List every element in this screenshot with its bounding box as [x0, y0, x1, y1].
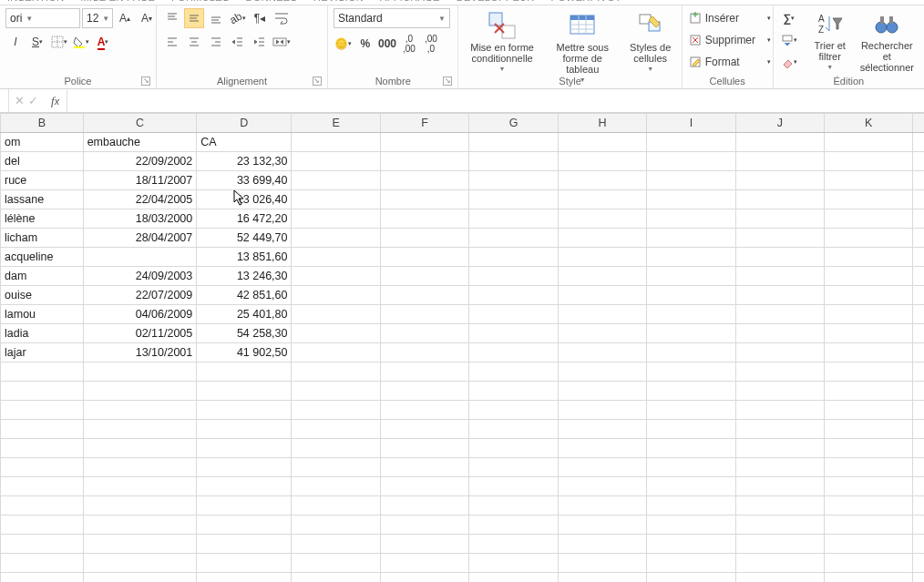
cell[interactable] — [1, 401, 84, 420]
column-header-D[interactable]: D — [197, 114, 292, 133]
cell[interactable] — [292, 343, 380, 362]
cell[interactable]: 42 851,60 — [197, 286, 292, 305]
cell[interactable] — [380, 496, 468, 516]
cell[interactable] — [558, 573, 646, 583]
cell[interactable] — [380, 458, 468, 477]
cell[interactable] — [197, 401, 292, 420]
cell[interactable] — [469, 286, 558, 305]
wrap-text-button[interactable] — [272, 8, 292, 28]
column-header-G[interactable]: G — [469, 114, 558, 133]
tab-formules[interactable]: FORMULES — [171, 0, 230, 3]
cell[interactable] — [469, 248, 558, 267]
enter-formula-icon[interactable]: ✓ — [28, 94, 38, 107]
cell[interactable] — [558, 133, 646, 152]
cell[interactable] — [825, 420, 913, 439]
cell[interactable] — [469, 420, 558, 439]
cell[interactable] — [1, 477, 84, 496]
cell[interactable] — [469, 554, 558, 573]
cell[interactable] — [825, 133, 913, 152]
cell[interactable] — [558, 305, 646, 324]
cell[interactable] — [197, 362, 292, 382]
cell[interactable] — [647, 439, 735, 458]
cell[interactable] — [1, 573, 84, 583]
cell[interactable] — [647, 152, 735, 171]
cell[interactable] — [735, 496, 824, 516]
chevron-down-icon[interactable]: ▼ — [438, 15, 446, 23]
cell[interactable] — [735, 401, 824, 420]
column-header-C[interactable]: C — [83, 114, 197, 133]
cell[interactable] — [292, 171, 380, 190]
column-header-K[interactable]: K — [825, 114, 913, 133]
cell[interactable] — [825, 573, 913, 583]
decrease-font-icon[interactable]: A▾ — [137, 8, 157, 28]
cell[interactable] — [913, 171, 924, 190]
cell[interactable] — [380, 209, 468, 229]
dialog-launcher-icon[interactable]: ↘ — [313, 77, 322, 86]
fill-button[interactable]: ▾ — [779, 30, 799, 50]
cell[interactable] — [83, 535, 197, 554]
cell[interactable] — [647, 209, 735, 229]
cell[interactable] — [913, 554, 924, 573]
cell[interactable] — [647, 458, 735, 477]
cell[interactable] — [913, 267, 924, 286]
cell[interactable] — [380, 324, 468, 343]
cell[interactable] — [197, 573, 292, 583]
cell[interactable] — [825, 324, 913, 343]
cell[interactable] — [197, 554, 292, 573]
cell[interactable] — [380, 382, 468, 401]
cell[interactable] — [83, 573, 197, 583]
cell[interactable] — [558, 362, 646, 382]
cell[interactable] — [83, 362, 197, 382]
cell[interactable] — [913, 401, 924, 420]
cell[interactable] — [913, 458, 924, 477]
cell[interactable] — [825, 535, 913, 554]
cell[interactable] — [558, 401, 646, 420]
cell[interactable] — [380, 133, 468, 152]
cell[interactable] — [647, 305, 735, 324]
cell[interactable] — [380, 152, 468, 171]
cell[interactable]: dam — [1, 267, 84, 286]
borders-button[interactable]: ▾ — [49, 32, 69, 52]
fill-color-button[interactable]: ▾ — [71, 32, 91, 52]
cell[interactable] — [83, 477, 197, 496]
cell[interactable] — [825, 267, 913, 286]
cell[interactable] — [292, 133, 380, 152]
cell[interactable] — [292, 305, 380, 324]
cell[interactable] — [292, 496, 380, 516]
cell[interactable] — [380, 190, 468, 209]
cell[interactable] — [1, 554, 84, 573]
cell[interactable] — [558, 267, 646, 286]
increase-indent-button[interactable] — [250, 32, 270, 52]
italic-button[interactable]: I — [5, 32, 26, 52]
cell[interactable] — [913, 362, 924, 382]
cell[interactable]: 13 026,40 — [197, 190, 292, 209]
align-center-button[interactable] — [184, 32, 204, 52]
cell[interactable] — [647, 401, 735, 420]
align-left-button[interactable] — [162, 32, 182, 52]
cell[interactable] — [469, 496, 558, 516]
cell[interactable] — [735, 286, 824, 305]
cell[interactable] — [1, 362, 84, 382]
cell[interactable] — [735, 516, 824, 535]
cell[interactable] — [83, 248, 197, 267]
cell[interactable] — [913, 152, 924, 171]
tab-insertion[interactable]: INSERTION — [7, 0, 64, 3]
cell[interactable]: lajar — [1, 343, 84, 362]
cell[interactable] — [1, 496, 84, 516]
formula-input[interactable] — [67, 89, 924, 112]
cell[interactable] — [292, 362, 380, 382]
cell[interactable] — [292, 477, 380, 496]
cell[interactable]: CA — [197, 133, 292, 152]
chevron-down-icon[interactable]: ▼ — [102, 15, 109, 23]
cell[interactable] — [380, 516, 468, 535]
number-format-combo[interactable]: Standard ▼ — [334, 8, 450, 28]
cell[interactable] — [735, 267, 824, 286]
cell[interactable] — [647, 420, 735, 439]
tab-developpeur[interactable]: DÉVELOPPEUR — [457, 0, 535, 3]
cell[interactable] — [735, 209, 824, 229]
cell[interactable] — [469, 133, 558, 152]
dialog-launcher-icon[interactable]: ↘ — [141, 77, 150, 86]
cell[interactable] — [825, 171, 913, 190]
cell[interactable] — [292, 248, 380, 267]
cell[interactable] — [735, 439, 824, 458]
